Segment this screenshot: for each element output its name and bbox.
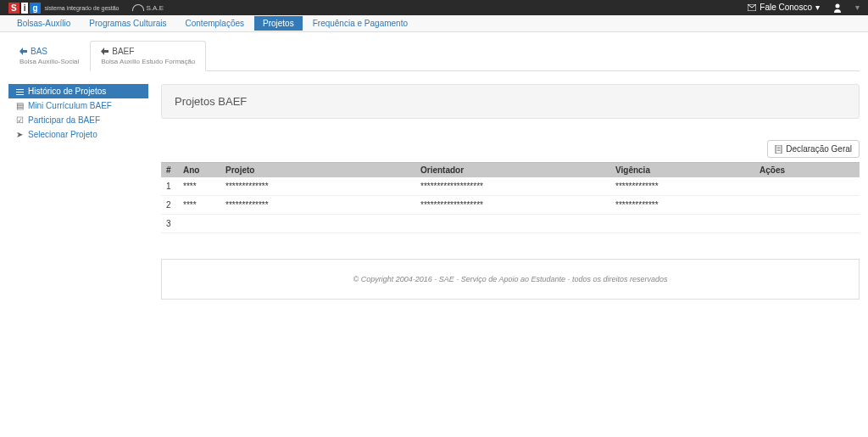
th-num: # (161, 163, 178, 178)
menu-projetos[interactable]: Projetos (254, 16, 303, 31)
check-icon: ☑ (15, 115, 24, 125)
tab-bas-sub: Bolsa Auxílio-Social (19, 58, 79, 65)
logo-sae: S.A.E (132, 4, 164, 12)
topbar: S i g sistema integrado de gestão S.A.E … (0, 0, 868, 15)
tab-baef-sub: Bolsa Auxílio Estudo Formação (101, 58, 195, 65)
th-vigencia: Vigência (610, 163, 754, 178)
fale-conosco-label: Fale Conosco (760, 3, 812, 12)
document-icon (775, 145, 782, 154)
logo-i-icon: i (21, 3, 29, 14)
login-icon (101, 48, 108, 55)
table-header-row: # Ano Projeto Orientador Vigência Ações (161, 163, 860, 178)
svg-point-1 (836, 4, 840, 8)
list-icon (15, 87, 24, 96)
cell-orientador: ******************* (415, 177, 610, 196)
envelope-icon (748, 4, 756, 11)
footer-text: © Copyright 2004-2016 - SAE - Serviço de… (170, 268, 850, 290)
sidebar-item-label: Selecionar Projeto (28, 130, 97, 139)
sidebar: Histórico de Projetos ▤ Mini Currículum … (8, 84, 148, 300)
cell-num: 2 (161, 196, 178, 215)
projects-table: # Ano Projeto Orientador Vigência Ações … (161, 162, 860, 233)
table-body: 1***************************************… (161, 177, 860, 233)
cell-num: 3 (161, 215, 178, 233)
cell-ano: **** (178, 177, 220, 196)
table-row: 2***************************************… (161, 196, 860, 215)
cell-num: 1 (161, 177, 178, 196)
cell-ano (178, 215, 220, 233)
svg-rect-2 (16, 89, 24, 90)
table-row: 3 (161, 215, 860, 233)
sidebar-item-selecionar[interactable]: ➤ Selecionar Projeto (8, 127, 148, 142)
content-row: Histórico de Projetos ▤ Mini Currículum … (8, 84, 860, 300)
login-icon (19, 48, 27, 55)
menu-programas-culturais[interactable]: Programas Culturais (81, 16, 175, 31)
cell-vigencia (610, 215, 754, 233)
tab-header: BAS Bolsa Auxílio-Social BAEF Bolsa Auxí… (8, 41, 860, 71)
th-acoes: Ações (754, 163, 860, 178)
user-icon (832, 3, 843, 13)
tab-baef-label: BAEF (112, 47, 134, 56)
topbar-left: S i g sistema integrado de gestão S.A.E (8, 3, 164, 14)
logo-g-icon: g (30, 3, 40, 14)
sidebar-item-historico[interactable]: Histórico de Projetos (8, 84, 148, 98)
cell-orientador (415, 215, 610, 233)
logo-s-icon: S (8, 3, 19, 14)
table-row: 1***************************************… (161, 177, 860, 196)
menubar: Bolsas-Auxílio Programas Culturais Conte… (0, 15, 868, 32)
logo-sig: S i g sistema integrado de gestão (8, 3, 120, 14)
topbar-right: Fale Conosco ▾ ▾ (748, 3, 860, 13)
th-projeto: Projeto (220, 163, 415, 178)
footer-box: © Copyright 2004-2016 - SAE - Serviço de… (161, 259, 860, 300)
logo-subtitle: sistema integrado de gestão (45, 5, 120, 11)
declaration-label: Declaração Geral (786, 144, 852, 154)
cell-ano: **** (178, 196, 220, 215)
declaration-button[interactable]: Declaração Geral (767, 140, 860, 158)
cell-vigencia: ************* (610, 177, 754, 196)
cell-projeto: ************* (220, 196, 415, 215)
tab-baef[interactable]: BAEF Bolsa Auxílio Estudo Formação (90, 41, 206, 71)
tabs-area: BAS Bolsa Auxílio-Social BAEF Bolsa Auxí… (8, 41, 860, 300)
user-menu[interactable] (832, 3, 843, 13)
menu-bolsas-auxilio[interactable]: Bolsas-Auxílio (8, 16, 79, 31)
sae-arc-icon (132, 4, 144, 11)
pointer-icon: ➤ (15, 130, 24, 139)
tab-bas[interactable]: BAS Bolsa Auxílio-Social (8, 41, 90, 71)
svg-rect-5 (776, 145, 782, 154)
cell-vigencia: ************* (610, 196, 754, 215)
sidebar-item-label: Histórico de Projetos (28, 87, 106, 96)
chevron-down-icon[interactable]: ▾ (855, 3, 860, 12)
menu-contemplacoes[interactable]: Contemplações (177, 16, 253, 31)
sidebar-item-curriculum[interactable]: ▤ Mini Currículum BAEF (8, 98, 148, 113)
cell-orientador: ******************* (415, 196, 610, 215)
chevron-down-icon: ▾ (815, 3, 820, 12)
main: Projetos BAEF Declaração Geral # Ano Pro… (161, 84, 860, 300)
cell-acoes (754, 177, 860, 196)
fale-conosco-link[interactable]: Fale Conosco ▾ (748, 3, 820, 12)
cell-projeto: ************* (220, 177, 415, 196)
action-bar: Declaração Geral (161, 140, 860, 158)
cell-projeto (220, 215, 415, 233)
page-title: Projetos BAEF (161, 84, 860, 119)
sae-text: S.A.E (147, 4, 164, 12)
sidebar-item-label: Participar da BAEF (28, 115, 100, 125)
document-icon: ▤ (15, 101, 24, 110)
svg-rect-4 (16, 94, 24, 95)
menu-frequencia-pagamento[interactable]: Frequência e Pagamento (304, 16, 416, 31)
cell-acoes (754, 196, 860, 215)
svg-rect-3 (16, 92, 24, 92)
th-orientador: Orientador (415, 163, 610, 178)
tab-bas-label: BAS (31, 47, 47, 56)
sidebar-item-participar[interactable]: ☑ Participar da BAEF (8, 113, 148, 127)
cell-acoes (754, 215, 860, 233)
sidebar-item-label: Mini Currículum BAEF (28, 101, 112, 110)
container: BAS Bolsa Auxílio-Social BAEF Bolsa Auxí… (0, 32, 868, 308)
th-ano: Ano (178, 163, 220, 178)
